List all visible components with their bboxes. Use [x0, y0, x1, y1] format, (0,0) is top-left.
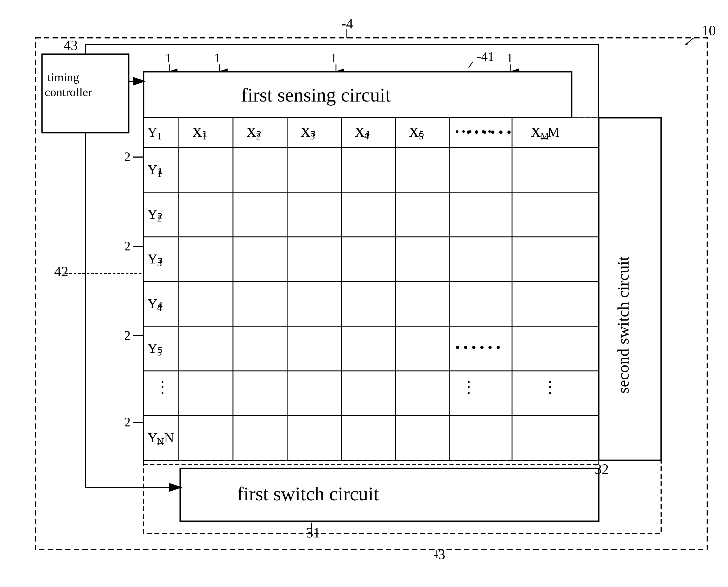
ref-3: -3 [433, 547, 445, 562]
svg-rect-34 [179, 192, 233, 237]
svg-rect-42 [179, 237, 233, 282]
ref-1c: 1 [331, 51, 337, 65]
header-dots: • • • • • • [455, 126, 492, 138]
svg-rect-40 [512, 192, 599, 237]
timing-controller-label: timing [47, 70, 79, 84]
svg-rect-78 [287, 416, 341, 460]
svg-rect-29 [395, 147, 450, 192]
ref-2b: 2 [124, 239, 131, 253]
ref-41: -41 [477, 49, 494, 64]
svg-rect-51 [179, 282, 233, 326]
svg-rect-71 [341, 371, 395, 416]
svg-rect-43 [233, 237, 287, 282]
svg-rect-54 [341, 282, 395, 326]
timing-controller-label2: controller [45, 85, 92, 99]
svg-rect-70 [287, 371, 341, 416]
svg-rect-48 [512, 237, 599, 282]
svg-rect-52 [233, 282, 287, 326]
svg-rect-37 [341, 192, 395, 237]
svg-rect-31 [512, 147, 599, 192]
ref-2c: 2 [124, 328, 131, 343]
svg-rect-27 [287, 147, 341, 192]
svg-rect-57 [512, 282, 599, 326]
svg-rect-28 [341, 147, 395, 192]
svg-rect-35 [233, 192, 287, 237]
svg-rect-61 [287, 326, 341, 371]
svg-rect-56 [450, 282, 512, 326]
svg-rect-69 [233, 371, 287, 416]
svg-rect-65 [512, 326, 599, 371]
vdots-right: ⋮ [542, 378, 558, 396]
svg-rect-80 [395, 416, 450, 460]
ref-10: 10 [702, 23, 716, 38]
svg-rect-47 [450, 237, 512, 282]
ref-2a: 2 [124, 149, 131, 164]
row-vdots: ⋮ [155, 378, 171, 396]
svg-rect-60 [233, 326, 287, 371]
first-switch-label: first switch circuit [237, 483, 379, 505]
svg-rect-45 [341, 237, 395, 282]
diagram-container: 10 -4 43 timing controller -41 1 1 1 1 f… [0, 0, 728, 587]
second-switch-label: second switch circuit [614, 256, 632, 393]
svg-rect-53 [287, 282, 341, 326]
first-sensing-label: first sensing circuit [241, 84, 391, 106]
svg-rect-62 [341, 326, 395, 371]
svg-rect-72 [395, 371, 450, 416]
ref-31: 31 [306, 525, 320, 540]
svg-rect-39 [450, 192, 512, 237]
svg-rect-38 [395, 192, 450, 237]
ref-42: 42 [54, 264, 68, 279]
svg-rect-76 [179, 416, 233, 460]
ref-1d: 1 [507, 51, 513, 65]
svg-rect-44 [287, 237, 341, 282]
svg-rect-73 [450, 371, 512, 416]
ref-1b: 1 [214, 51, 220, 65]
svg-rect-63 [395, 326, 450, 371]
ref-43: 43 [64, 38, 78, 53]
vdots-mid: ⋮ [461, 378, 477, 396]
svg-rect-46 [395, 237, 450, 282]
ref-2d: 2 [124, 415, 131, 429]
ref-4: -4 [341, 16, 353, 31]
svg-rect-30 [450, 147, 512, 192]
svg-rect-79 [341, 416, 395, 460]
row-dots-mid: • • • • • • [455, 340, 501, 355]
svg-rect-68 [179, 371, 233, 416]
ref-1a: 1 [165, 51, 172, 65]
svg-rect-55 [395, 282, 450, 326]
ref-32: 32 [595, 461, 609, 477]
svg-rect-59 [179, 326, 233, 371]
svg-rect-82 [512, 416, 599, 460]
svg-rect-77 [233, 416, 287, 460]
svg-rect-25 [179, 147, 233, 192]
svg-rect-36 [287, 192, 341, 237]
svg-rect-26 [233, 147, 287, 192]
svg-rect-81 [450, 416, 512, 460]
